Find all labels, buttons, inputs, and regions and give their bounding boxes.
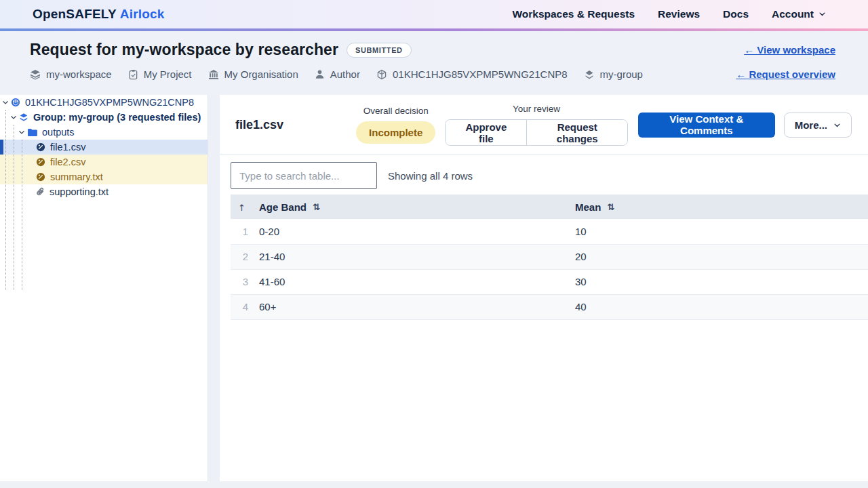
nav-account-label: Account xyxy=(772,8,814,20)
mean-cell: 20 xyxy=(575,244,868,269)
folder-icon xyxy=(27,128,37,137)
mean-cell: 10 xyxy=(575,219,868,244)
more-menu-button[interactable]: More... xyxy=(784,113,852,138)
overall-decision-group: Overall decision Incomplete xyxy=(356,106,435,144)
nav-docs[interactable]: Docs xyxy=(723,8,749,20)
request-cube-icon xyxy=(11,98,20,107)
request-overview-link[interactable]: ← Request overview xyxy=(736,68,835,80)
more-label: More... xyxy=(795,119,827,131)
meta-project: My Project xyxy=(128,68,192,80)
meta-group-label: my-group xyxy=(600,68,643,80)
tree-node-supporting[interactable]: supporting.txt xyxy=(0,184,208,199)
meta-author-label: Author xyxy=(330,68,360,80)
tree-node-request-id[interactable]: 01KHC1HJG85VXPMP5WNG21CNP8 xyxy=(0,95,208,110)
your-review-label: Your review xyxy=(513,104,560,114)
tree-node-file2[interactable]: file2.csv xyxy=(0,155,208,169)
file-review-panel: file1.csv Overall decision Incomplete Yo… xyxy=(220,95,868,481)
meta-workspace: my-workspace xyxy=(30,68,112,80)
request-header: Request for my-workspace by researcher S… xyxy=(0,31,868,95)
age-band-cell: 0-20 xyxy=(259,219,575,244)
file-tree-sidebar: 01KHC1HJG85VXPMP5WNG21CNP8 Group: my-gro… xyxy=(0,95,208,481)
chevron-down-icon[interactable] xyxy=(10,114,17,121)
sort-ascending-icon: ↑ xyxy=(238,203,245,213)
decision-badge: Incomplete xyxy=(356,121,435,144)
row-index: 1 xyxy=(231,219,259,244)
age-band-cell: 21-40 xyxy=(259,244,575,269)
workspace-layers-icon xyxy=(30,69,41,80)
paperclip-icon xyxy=(36,187,45,197)
tree-node-summary[interactable]: summary.txt xyxy=(0,169,208,184)
status-badge: SUBMITTED xyxy=(347,43,412,58)
file-header: file1.csv Overall decision Incomplete Yo… xyxy=(220,95,868,155)
tree-guide-line xyxy=(14,125,14,290)
tree-node-outputs[interactable]: outputs xyxy=(0,125,208,140)
age-band-column-header[interactable]: Age Band⇅ xyxy=(259,195,575,219)
project-clipboard-icon xyxy=(128,69,138,80)
row-count-text: Showing all 4 rows xyxy=(388,170,473,182)
top-nav: OpenSAFELYAirlock Workspaces & Requests … xyxy=(0,0,868,28)
mean-cell: 30 xyxy=(575,269,868,294)
meta-project-label: My Project xyxy=(144,68,192,80)
sort-toggle-icon: ⇅ xyxy=(607,202,614,212)
page-bottom-strip xyxy=(0,481,868,488)
output-file-icon xyxy=(36,157,45,167)
tree-node-label: 01KHC1HJG85VXPMP5WNG21CNP8 xyxy=(25,97,194,108)
nav-reviews[interactable]: Reviews xyxy=(658,8,700,20)
search-input[interactable] xyxy=(231,162,377,189)
author-user-icon xyxy=(315,69,325,79)
output-file-icon xyxy=(36,142,45,152)
organisation-bank-icon xyxy=(208,69,219,80)
nav-account-menu[interactable]: Account xyxy=(772,8,826,20)
meta-organisation-label: My Organisation xyxy=(224,68,298,80)
nav-workspaces-requests[interactable]: Workspaces & Requests xyxy=(512,8,635,20)
approve-file-button[interactable]: Approve file xyxy=(446,120,526,145)
view-workspace-link[interactable]: ← View workspace xyxy=(744,44,835,56)
age-band-cell: 60+ xyxy=(259,294,575,319)
sort-toggle-icon: ⇅ xyxy=(313,202,320,212)
data-table: ↑ Age Band⇅ Mean⇅ 1 0-20 10 2 21 xyxy=(231,195,868,320)
tree-guide-line xyxy=(22,140,22,290)
request-changes-button[interactable]: Request changes xyxy=(526,120,627,145)
meta-group: my-group xyxy=(584,68,643,80)
chevron-down-icon[interactable] xyxy=(18,129,25,136)
table-row: 4 60+ 40 xyxy=(231,294,868,319)
row-index: 4 xyxy=(231,294,259,319)
tree-node-file1[interactable]: file1.csv xyxy=(0,140,208,155)
mean-header-label: Mean xyxy=(575,201,601,213)
tree-node-label: file1.csv xyxy=(50,142,85,152)
page-title: Request for my-workspace by researcher xyxy=(30,41,338,59)
table-row: 1 0-20 10 xyxy=(231,219,868,244)
chevron-down-icon xyxy=(818,8,826,20)
tree-node-label: file2.csv xyxy=(50,157,85,167)
top-nav-items: Workspaces & Requests Reviews Docs Accou… xyxy=(512,8,826,20)
meta-workspace-label: my-workspace xyxy=(46,68,112,80)
age-band-header-label: Age Band xyxy=(259,201,307,213)
age-band-cell: 41-60 xyxy=(259,269,575,294)
meta-request-id: 01KHC1HJG85VXPMP5WNG21CNP8 xyxy=(376,68,568,80)
index-column-header[interactable]: ↑ xyxy=(231,195,259,219)
chevron-down-icon xyxy=(833,119,841,131)
brand-primary: OpenSAFELY xyxy=(33,7,117,21)
panel-gutter xyxy=(208,95,220,481)
output-file-icon xyxy=(36,172,45,182)
table-header-row: ↑ Age Band⇅ Mean⇅ xyxy=(231,195,868,219)
tree-node-label: summary.txt xyxy=(50,171,103,182)
mean-column-header[interactable]: Mean⇅ xyxy=(575,195,868,219)
view-context-comments-button[interactable]: View Context & Comments xyxy=(638,113,775,138)
tree-node-label: Group: my-group (3 requested files) xyxy=(33,112,201,123)
review-button-group: Approve file Request changes xyxy=(445,119,628,146)
tree-node-label: supporting.txt xyxy=(50,186,108,197)
group-layers-icon xyxy=(19,113,28,122)
mean-cell: 40 xyxy=(575,294,868,319)
group-layers-icon xyxy=(584,69,595,80)
tree-node-group[interactable]: Group: my-group (3 requested files) xyxy=(0,110,208,125)
table-row: 2 21-40 20 xyxy=(231,244,868,269)
table-toolbar: Showing all 4 rows xyxy=(231,159,868,192)
meta-author: Author xyxy=(315,68,360,80)
chevron-down-icon[interactable] xyxy=(2,99,9,106)
your-review-group: Your review Approve file Request changes xyxy=(445,104,628,146)
request-id-cube-icon xyxy=(376,69,387,80)
meta-request-id-label: 01KHC1HJG85VXPMP5WNG21CNP8 xyxy=(393,68,568,80)
overall-decision-label: Overall decision xyxy=(363,106,429,116)
app-logo[interactable]: OpenSAFELYAirlock xyxy=(33,7,165,22)
